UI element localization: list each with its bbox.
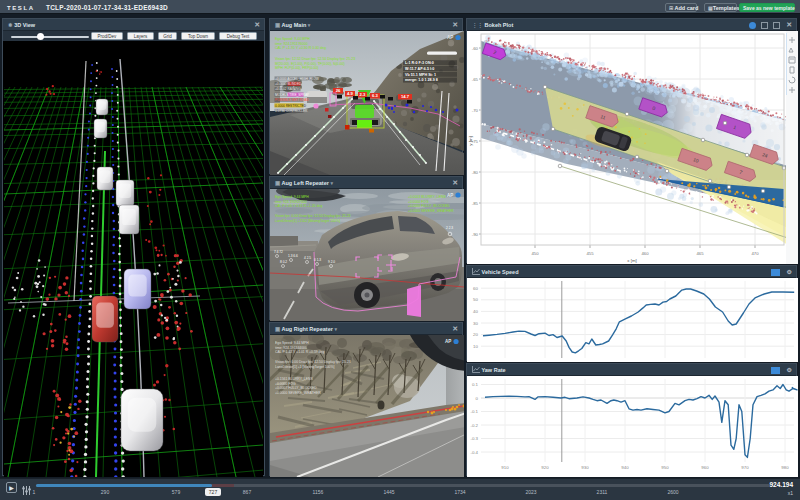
svg-text:-80: -80 <box>472 170 479 175</box>
svg-text:950: 950 <box>661 465 669 470</box>
svg-text:980: 980 <box>781 465 789 470</box>
svg-text:50: 50 <box>473 297 478 302</box>
svg-text:0 1.3: 0 1.3 <box>314 258 321 262</box>
svg-text:930: 930 <box>581 465 589 470</box>
svg-text:4.9: 4.9 <box>347 91 353 96</box>
svg-text:-0.3: -0.3 <box>470 436 478 441</box>
svg-text:30: 30 <box>473 321 478 326</box>
svg-text:2.3: 2.3 <box>360 92 366 97</box>
svg-text:AP: AP <box>447 35 453 40</box>
svg-text:-90: -90 <box>472 232 479 237</box>
svg-text:450: 450 <box>531 251 539 256</box>
svg-text:40: 40 <box>473 309 478 314</box>
svg-text:+0.0000 FOG: +0.0000 FOG <box>408 200 429 204</box>
svg-text:+0.0000 FOG: +0.0000 FOG <box>275 382 296 386</box>
svg-text:LaneDilexor[1] +1502 [MovingTa: LaneDilexor[1] +1502 [MovingTarget 100%] <box>275 219 340 223</box>
svg-text:+0.0000 SEVERE_WEATHER: +0.0000 SEVERE_WEATHER <box>408 209 454 213</box>
svg-text:-65: -65 <box>472 77 479 82</box>
svg-text:merge: 1.0 1 28.9 8: merge: 1.0 1 28.9 8 <box>405 78 438 82</box>
svg-text:455: 455 <box>586 251 594 256</box>
svg-text:6.3: 6.3 <box>372 93 378 98</box>
svg-text:Ego Speed: 9.44 MPH: Ego Speed: 9.44 MPH <box>275 37 310 41</box>
svg-text:-0.1: -0.1 <box>470 409 478 414</box>
svg-text:0: 0 <box>476 396 479 401</box>
svg-text:+0.0000 ACCEL_HIGH_FLOW: +0.0000 ACCEL_HIGH_FLOW <box>275 77 319 81</box>
svg-text:AP: AP <box>445 339 451 344</box>
svg-text:Ego Speed: 9.44 MPH: Ego Speed: 9.44 MPH <box>275 341 309 345</box>
svg-text:CAL P 1.05 Y 0.31 R +1.20 deg: CAL P 1.05 Y 0.31 R +1.20 deg <box>275 204 322 208</box>
svg-text:920: 920 <box>541 465 549 470</box>
svg-text:2 2.3: 2 2.3 <box>446 226 453 230</box>
svg-text:7.6 72: 7.6 72 <box>274 250 283 254</box>
svg-text:M(20.00), E(1.00), P(0.00), TF: M(20.00), E(1.00), P(0.00), TF(0.00), S(… <box>275 62 345 66</box>
svg-text:y [m]: y [m] <box>468 136 473 145</box>
svg-text:time: 924.190927000: time: 924.190927000 <box>275 200 307 204</box>
svg-text:Vb 51.1 MPH St: 1: Vb 51.1 MPH St: 1 <box>405 73 436 77</box>
svg-text:Vision fps: 0.00 Draw fps: 12.: Vision fps: 0.00 Draw fps: 12.50 Display… <box>275 360 351 364</box>
svg-text:+0.0000 FULLY_BLOCKED: +0.0000 FULLY_BLOCKED <box>408 204 450 208</box>
svg-text:470: 470 <box>751 251 759 256</box>
svg-text:POSSIBLE WET ROAD: POSSIBLE WET ROAD <box>275 98 309 102</box>
svg-text:-85: -85 <box>472 201 479 206</box>
svg-text:910: 910 <box>501 465 509 470</box>
svg-text:20: 20 <box>473 332 478 337</box>
svg-text:time: 924.191176000: time: 924.191176000 <box>275 42 308 46</box>
svg-text:460: 460 <box>641 251 649 256</box>
svg-text:0.0736 CONTROLLER: 0.0736 CONTROLLER <box>275 109 308 113</box>
svg-text:465: 465 <box>696 251 704 256</box>
svg-text:W:11.7 AP:6.5 I:0: W:11.7 AP:6.5 I:0 <box>405 67 434 71</box>
svg-text:CAL P +1.70 Y +0.30 R 0.00 deg: CAL P +1.70 Y +0.30 R 0.00 deg <box>275 46 326 50</box>
svg-text:+0.1561 BLURRY_LENS: +0.1561 BLURRY_LENS <box>275 377 313 381</box>
svg-text:LaneDilexor[1] +1 [MovingTarge: LaneDilexor[1] +1 [MovingTarget 100%] <box>275 365 335 369</box>
svg-text:time: 924.191344000: time: 924.191344000 <box>275 346 307 350</box>
svg-text:L:1 R:0 F:3 ON:0: L:1 R:0 F:3 ON:0 <box>405 61 434 65</box>
svg-text:Ego Speed: 9.44 MPH: Ego Speed: 9.44 MPH <box>275 195 309 199</box>
svg-text:960: 960 <box>701 465 709 470</box>
svg-text:0.0000 RESTRICTED: 0.0000 RESTRICTED <box>275 104 307 108</box>
svg-text:+0.0002 RAINING: +0.0002 RAINING <box>275 87 301 91</box>
svg-text:0.1: 0.1 <box>472 382 479 387</box>
svg-text:26: 26 <box>336 88 341 93</box>
svg-text:MODELS TIRE_SPRAY: MODELS TIRE_SPRAY <box>275 93 310 97</box>
svg-text:1.3 6.6: 1.3 6.6 <box>288 254 298 258</box>
svg-text:60: 60 <box>473 286 478 291</box>
svg-text:AP: AP <box>447 193 453 198</box>
svg-text:CAL P 1.43 Y +1.01 R +0.59 deg: CAL P 1.43 Y +1.01 R +0.59 deg <box>275 350 324 354</box>
svg-text:x [m]: x [m] <box>627 258 636 263</box>
svg-text:970: 970 <box>741 465 749 470</box>
svg-text:4 2.5: 4 2.5 <box>304 256 311 260</box>
svg-text:-0.2: -0.2 <box>470 423 478 428</box>
svg-text:9 2.0: 9 2.0 <box>328 260 335 264</box>
svg-text:+0.0003 BLURRY_LENS: +0.0003 BLURRY_LENS <box>408 195 446 199</box>
svg-text:14.7: 14.7 <box>401 94 410 99</box>
svg-text:+0.0007 FULLY_BLOCKED: +0.0007 FULLY_BLOCKED <box>275 386 317 390</box>
svg-text:MPH: FLP(0.00), FRP(0.00): MPH: FLP(0.00), FRP(0.00) <box>275 66 318 70</box>
svg-text:10: 10 <box>473 344 478 349</box>
svg-text:+0.0000 BLINDED: +0.0000 BLINDED <box>275 82 302 86</box>
svg-text:940: 940 <box>621 465 629 470</box>
svg-text:-70: -70 <box>472 108 479 113</box>
svg-text:Vision fps: 12.52 Draw fps: 12: Vision fps: 12.52 Draw fps: 12.50 Displa… <box>275 57 355 61</box>
svg-text:+0.0000 SEVERE_WEATHER: +0.0000 SEVERE_WEATHER <box>275 391 321 395</box>
svg-text:Vision fps: 0.00 Draw fps: 12.: Vision fps: 0.00 Draw fps: 12.50 Display… <box>275 214 351 218</box>
svg-text:8 0.2: 8 0.2 <box>280 260 287 264</box>
svg-text:-60: -60 <box>472 46 479 51</box>
svg-text:-0.4: -0.4 <box>470 450 478 455</box>
